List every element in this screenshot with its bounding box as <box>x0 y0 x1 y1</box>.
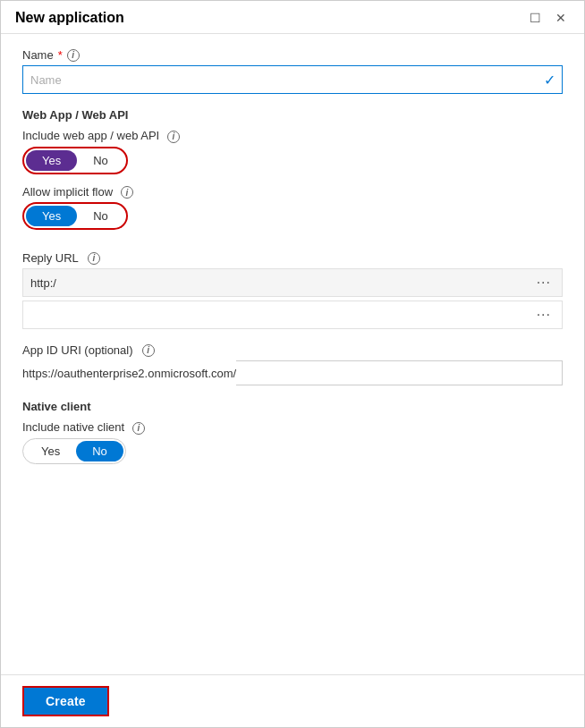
include-web-no-button[interactable]: No <box>77 150 124 171</box>
name-label-text: Name <box>22 48 54 62</box>
dialog-footer: Create <box>1 674 584 727</box>
native-client-heading: Native client <box>22 400 563 413</box>
reply-url-menu-btn-2[interactable]: ··· <box>533 307 555 323</box>
dialog-header: New application ☐ ✕ <box>1 1 584 34</box>
app-id-row: https://oauthenterprise2.onmicrosoft.com… <box>22 360 563 385</box>
native-no-button[interactable]: No <box>76 441 123 461</box>
allow-implicit-info-icon[interactable]: i <box>121 186 133 199</box>
include-web-yes-button[interactable]: Yes <box>26 150 77 171</box>
include-web-toggle-group: Yes No <box>22 147 128 174</box>
native-client-section: Native client Include native client i Ye… <box>22 400 563 464</box>
web-section-heading: Web App / Web API <box>22 108 563 122</box>
include-web-label-text: Include web app / web API <box>22 129 159 142</box>
reply-url-row-2: ··· <box>22 301 563 329</box>
app-id-label-text: App ID URI (optional) <box>22 343 133 357</box>
header-controls: ☐ ✕ <box>526 10 570 26</box>
allow-implicit-yes-button[interactable]: Yes <box>26 206 77 226</box>
name-info-icon[interactable]: i <box>67 49 80 62</box>
include-web-info-icon[interactable]: i <box>167 131 180 143</box>
dialog: New application ☐ ✕ Name * i ✓ Web <box>0 0 585 728</box>
name-field-group: Name * i ✓ <box>22 48 563 94</box>
required-indicator: * <box>58 48 63 62</box>
app-id-info-icon[interactable]: i <box>142 344 155 357</box>
dialog-title: New application <box>15 10 124 26</box>
reply-url-input[interactable] <box>30 309 533 322</box>
include-web-label-row: Include web app / web API i <box>22 129 563 143</box>
allow-implicit-label-row: Allow implicit flow i <box>22 185 563 199</box>
app-id-section: App ID URI (optional) i https://oauthent… <box>22 343 563 385</box>
reply-url-info-icon[interactable]: i <box>88 252 100 265</box>
web-section: Web App / Web API Include web app / web … <box>22 108 563 244</box>
reply-url-label-text: Reply URL <box>22 251 79 265</box>
include-native-label-text: Include native client <box>22 420 124 434</box>
name-input[interactable] <box>22 65 563 94</box>
allow-implicit-no-button[interactable]: No <box>77 206 124 226</box>
native-client-toggle-group: Yes No <box>22 438 126 464</box>
app-id-label-row: App ID URI (optional) i <box>22 343 563 357</box>
create-button[interactable]: Create <box>22 686 109 716</box>
include-native-info-icon[interactable]: i <box>132 422 145 435</box>
dialog-body: Name * i ✓ Web App / Web API Include web… <box>1 34 584 674</box>
allow-implicit-label-text: Allow implicit flow <box>22 185 113 199</box>
native-yes-button[interactable]: Yes <box>25 441 76 461</box>
close-button[interactable]: ✕ <box>552 10 570 26</box>
allow-implicit-toggle-group: Yes No <box>22 202 128 230</box>
check-icon: ✓ <box>544 72 555 89</box>
reply-url-value-1: http:/ <box>30 276 533 290</box>
name-label: Name * i <box>22 48 563 62</box>
name-input-wrapper: ✓ <box>22 65 563 94</box>
reply-url-menu-btn-1[interactable]: ··· <box>533 275 555 291</box>
app-id-input[interactable] <box>236 360 563 385</box>
app-id-prefix: https://oauthenterprise2.onmicrosoft.com… <box>22 367 236 380</box>
reply-url-label-row: Reply URL i <box>22 251 563 265</box>
close-icon: ✕ <box>555 11 566 25</box>
minimize-icon: ☐ <box>530 11 541 25</box>
include-native-label-row: Include native client i <box>22 420 563 435</box>
reply-url-section: Reply URL i http:/ ··· ··· <box>22 251 563 329</box>
minimize-button[interactable]: ☐ <box>526 10 545 26</box>
reply-url-row-1: http:/ ··· <box>22 268 563 297</box>
